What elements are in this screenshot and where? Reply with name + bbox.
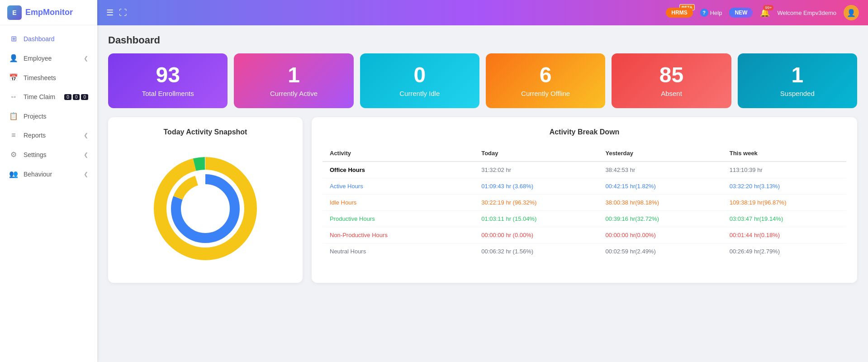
help-icon: ?	[700, 9, 708, 17]
stat-cards: 93 Total Enrollments 1 Currently Active …	[108, 53, 857, 108]
hrms-button[interactable]: HRMS	[666, 8, 693, 18]
notification-badge: 99+	[763, 5, 773, 10]
stat-label: Absent	[661, 90, 682, 97]
sidebar-item-label: Reports	[24, 132, 46, 139]
col-header-activity: Activity	[323, 145, 474, 162]
breakdown-title: Activity Break Down	[323, 128, 846, 136]
activity-cell: Office Hours	[323, 162, 474, 178]
col-header-yesterday: Yesterday	[598, 145, 722, 162]
sidebar-item-reports[interactable]: ≡ Reports ❮	[0, 126, 97, 145]
stat-label: Suspended	[780, 90, 815, 97]
settings-icon: ⚙	[9, 150, 18, 159]
stat-card-offline[interactable]: 6 Currently Offline	[486, 53, 605, 108]
yesterday-cell: 00:02:59 hr(2.49%)	[598, 243, 722, 260]
logo-emp: Emp	[25, 8, 43, 17]
stat-card-absent[interactable]: 85 Absent	[612, 53, 731, 108]
help-label: Help	[710, 10, 722, 16]
sidebar-item-time-claim[interactable]: ↔ Time Claim 0 0 0	[0, 87, 97, 106]
menu-icon[interactable]: ☰	[106, 8, 114, 18]
topbar-left: ☰ ⛶	[106, 8, 127, 18]
sidebar-item-settings[interactable]: ⚙ Settings ❮	[0, 145, 97, 164]
svg-point-4	[183, 186, 228, 231]
sidebar-item-label: Behaviour	[24, 171, 52, 178]
badge-3: 0	[81, 94, 88, 100]
yesterday-cell: 38:00:38 hr(98.18%)	[598, 195, 722, 211]
badge-2: 0	[73, 94, 80, 100]
week-cell: 113:10:39 hr	[722, 162, 846, 178]
col-header-week: This week	[722, 145, 846, 162]
employee-icon: 👤	[9, 54, 18, 62]
sidebar-item-employee[interactable]: 👤 Employee ❮	[0, 48, 97, 68]
stat-card-idle[interactable]: 0 Currently Idle	[360, 53, 479, 108]
week-cell: 03:32:20 hr(3.13%)	[722, 178, 846, 195]
today-cell: 00:00:00 hr (0.00%)	[474, 227, 598, 243]
stat-card-suspended[interactable]: 1 Suspended	[738, 53, 857, 108]
logo: E EmpMonitor	[0, 0, 97, 25]
table-row: Neutral Hours 00:06:32 hr (1.56%) 00:02:…	[323, 243, 846, 260]
table-row: Office Hours 31:32:02 hr 38:42:53 hr 113…	[323, 162, 846, 178]
yesterday-cell: 00:42:15 hr(1.82%)	[598, 178, 722, 195]
today-cell: 01:03:11 hr (15.04%)	[474, 211, 598, 227]
week-cell: 00:01:44 hr(0.18%)	[722, 227, 846, 243]
activity-cell: Neutral Hours	[323, 243, 474, 260]
col-header-today: Today	[474, 145, 598, 162]
yesterday-cell: 00:39:16 hr(32.72%)	[598, 211, 722, 227]
snapshot-title: Today Activity Snapshot	[119, 128, 292, 136]
sidebar-item-behaviour[interactable]: 👥 Behaviour ❮	[0, 164, 97, 184]
sidebar-nav: ⊞ Dashboard 👤 Employee ❮ 📅 Timesheets ↔ …	[0, 25, 97, 362]
topbar: ☰ ⛶ BETA HRMS ? Help NEW 🔔 99+ Welcome E…	[97, 0, 868, 25]
chevron-icon: ❮	[84, 132, 88, 138]
chevron-icon: ❮	[84, 171, 88, 177]
today-cell: 01:09:43 hr (3.68%)	[474, 178, 598, 195]
behaviour-icon: 👥	[9, 170, 18, 178]
activity-cell: Non-Productive Hours	[323, 227, 474, 243]
hrms-wrapper: BETA HRMS	[666, 8, 693, 18]
time-claim-badges: 0 0 0	[64, 94, 88, 100]
stat-card-enrollments[interactable]: 93 Total Enrollments	[108, 53, 228, 108]
new-button[interactable]: NEW	[729, 8, 753, 18]
week-cell: 03:03:47 hr(19.14%)	[722, 211, 846, 227]
dashboard-icon: ⊞	[9, 34, 18, 43]
sidebar-item-label: Dashboard	[24, 35, 55, 43]
bottom-panels: Today Activity Snapshot	[108, 117, 857, 283]
donut-svg	[147, 150, 264, 267]
chevron-icon: ❮	[84, 55, 88, 62]
expand-icon[interactable]: ⛶	[119, 8, 127, 18]
help-button[interactable]: ? Help	[700, 9, 722, 17]
week-cell: 00:26:49 hr(2.79%)	[722, 243, 846, 260]
timesheets-icon: 📅	[9, 73, 18, 82]
stat-number: 93	[156, 64, 180, 86]
time-claim-icon: ↔	[9, 93, 18, 101]
sidebar-item-timesheets[interactable]: 📅 Timesheets	[0, 68, 97, 87]
yesterday-cell: 38:42:53 hr	[598, 162, 722, 178]
page-content: Dashboard 93 Total Enrollments 1 Current…	[97, 25, 868, 362]
chevron-icon: ❮	[84, 152, 88, 158]
stat-number: 85	[659, 64, 683, 86]
welcome-text: Welcome Empv3demo	[777, 10, 836, 16]
logo-monitor: Monitor	[43, 8, 73, 17]
stat-card-active[interactable]: 1 Currently Active	[234, 53, 353, 108]
sidebar-item-label: Projects	[24, 113, 47, 120]
main-content: ☰ ⛶ BETA HRMS ? Help NEW 🔔 99+ Welcome E…	[97, 0, 868, 362]
activity-table: Activity Today Yesterday This week Offic…	[323, 145, 846, 259]
sidebar-item-label: Time Claim	[24, 93, 55, 100]
stat-number: 1	[791, 64, 803, 86]
stat-number: 1	[288, 64, 300, 86]
today-cell: 00:06:32 hr (1.56%)	[474, 243, 598, 260]
notification-button[interactable]: 🔔 99+	[760, 8, 770, 18]
donut-chart	[119, 145, 292, 272]
sidebar-item-dashboard[interactable]: ⊞ Dashboard	[0, 29, 97, 48]
today-cell: 30:22:19 hr (96.32%)	[474, 195, 598, 211]
table-row: Active Hours 01:09:43 hr (3.68%) 00:42:1…	[323, 178, 846, 195]
topbar-right: BETA HRMS ? Help NEW 🔔 99+ Welcome Empv3…	[666, 5, 859, 20]
sidebar-item-projects[interactable]: 📋 Projects	[0, 106, 97, 126]
activity-cell: Productive Hours	[323, 211, 474, 227]
week-cell: 109:38:19 hr(96.87%)	[722, 195, 846, 211]
page-title: Dashboard	[108, 34, 857, 46]
projects-icon: 📋	[9, 112, 18, 120]
breakdown-panel: Activity Break Down Activity Today Yeste…	[312, 117, 857, 283]
sidebar-item-label: Timesheets	[24, 74, 56, 81]
user-avatar[interactable]: 👤	[844, 5, 859, 20]
table-row: Productive Hours 01:03:11 hr (15.04%) 00…	[323, 211, 846, 227]
snapshot-panel: Today Activity Snapshot	[108, 117, 303, 283]
